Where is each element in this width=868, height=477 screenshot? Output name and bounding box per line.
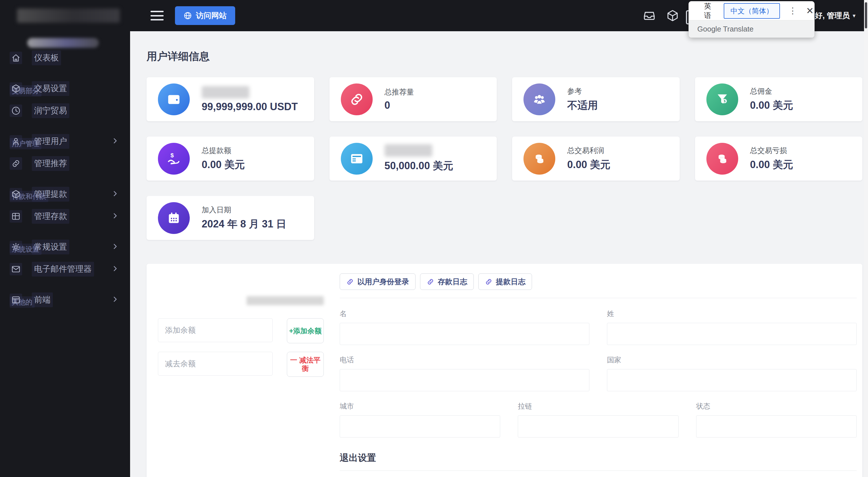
divider <box>340 298 857 298</box>
sidebar-item-label: 仪表板 <box>32 51 61 65</box>
sidebar-item-manage-referrals[interactable]: 管理推荐 <box>0 156 130 171</box>
stat-value: 0.00 美元 <box>750 98 793 113</box>
stat-value: 0.00 美元 <box>567 158 610 172</box>
last-name-label: 姓 <box>607 309 857 318</box>
login-as-user-button[interactable]: 以用户身份登录 <box>340 274 415 290</box>
visit-site-label: 访问网站 <box>196 10 227 21</box>
stat-value: 50,000.00 美元 <box>384 159 453 173</box>
sidebar-nav: 仪表板 交易部分 交易设置 润宁贸易 用户管理 管理用户 <box>0 50 130 314</box>
stat-label: 总佣金 <box>750 86 793 96</box>
redacted-logo <box>17 8 120 23</box>
stat-card-total-withdrawn: $ 总提款额 0.00 美元 <box>147 136 314 181</box>
city-input[interactable] <box>340 415 500 438</box>
button-label: 提款日志 <box>496 277 525 287</box>
subtract-balance-button[interactable]: 一 减法平衡 <box>287 352 324 377</box>
stat-card-total-referrals: 总推荐量 0 <box>330 77 497 121</box>
balance-panel: +添加余额 一 减法平衡 <box>158 274 324 477</box>
box-icon <box>10 188 22 200</box>
sidebar-item-manage-withdrawals[interactable]: 管理提款 <box>0 186 130 202</box>
chevron-right-icon <box>111 295 119 304</box>
user-details-card: +添加余额 一 减法平衡 以用户身份登录 <box>147 264 862 477</box>
table-icon <box>10 210 22 223</box>
first-name-input[interactable] <box>340 323 589 345</box>
stat-label: 总交易利润 <box>567 146 610 156</box>
mail-icon <box>10 263 22 276</box>
phone-input[interactable] <box>340 369 589 391</box>
sidebar-item-manage-deposits[interactable]: 管理存款 <box>0 209 130 224</box>
link-icon <box>341 84 373 115</box>
package-icon[interactable] <box>666 9 679 22</box>
sidebar-item-label: 前端 <box>32 292 53 307</box>
greeting-text: 好, 管理员 <box>815 10 850 21</box>
add-balance-button[interactable]: +添加余额 <box>287 318 324 343</box>
stat-label: 总交易亏损 <box>750 146 793 156</box>
chevron-right-icon <box>111 265 119 274</box>
sidebar-item-manage-users[interactable]: 管理用户 <box>0 133 130 149</box>
coins-icon <box>524 143 555 174</box>
zip-input[interactable] <box>518 415 678 438</box>
admin-user-menu[interactable]: 好, 管理员 ▾ <box>815 0 856 31</box>
stat-label: 总推荐量 <box>384 87 414 97</box>
google-translate-popup: 英语 中文（简体） ⋮ ✕ Google Translate <box>688 1 815 38</box>
svg-text:$: $ <box>170 152 174 158</box>
translate-tab-chinese-selected[interactable]: 中文（简体） <box>724 3 780 19</box>
vertical-scrollbar[interactable] <box>864 0 868 477</box>
stat-label: 参考 <box>567 86 598 96</box>
link-icon <box>10 157 22 170</box>
close-icon[interactable]: ✕ <box>806 6 814 15</box>
chevron-right-icon <box>111 212 119 221</box>
stat-value: 2024 年 8 月 31 日 <box>202 217 286 231</box>
sidebar-item-label: 管理提款 <box>32 187 69 201</box>
country-input[interactable] <box>607 369 857 391</box>
user-form-panel: 以用户身份登录 存款日志 提款日志 <box>340 274 857 477</box>
sidebar-item-general-settings[interactable]: 常规设置 <box>0 239 130 255</box>
sidebar-item-dashboard[interactable]: 仪表板 <box>0 50 130 66</box>
scrollbar-thumb[interactable] <box>865 2 867 28</box>
action-buttons: 以用户身份登录 存款日志 提款日志 <box>340 274 857 290</box>
user-form-grid: 名 姓 电话 国家 <box>340 309 857 477</box>
layout-icon <box>10 294 22 306</box>
sidebar-item-label: 电子邮件管理器 <box>32 262 94 277</box>
coins-icon <box>706 143 738 174</box>
cube-icon <box>10 82 22 95</box>
sidebar-item-frontend[interactable]: 前端 <box>0 292 130 308</box>
stat-value: 99,999,999.00 USDT <box>202 101 298 113</box>
redacted-label <box>384 144 432 157</box>
kebab-menu-icon[interactable]: ⋮ <box>788 6 797 15</box>
credit-card-icon <box>341 143 373 174</box>
subtract-balance-input[interactable] <box>158 352 273 376</box>
hamburger-menu-icon[interactable] <box>151 11 164 21</box>
translate-tab-english[interactable]: 英语 <box>704 1 711 20</box>
hand-dollar-icon: $ <box>158 143 190 174</box>
sidebar-item-email-manager[interactable]: 电子邮件管理器 <box>0 261 130 277</box>
withdraw-log-button[interactable]: 提款日志 <box>478 274 532 290</box>
visit-site-button[interactable]: 访问网站 <box>175 6 235 25</box>
status-input[interactable] <box>696 415 857 438</box>
sidebar-item-running-trade[interactable]: 润宁贸易 <box>0 103 130 119</box>
user-icon <box>10 135 22 148</box>
status-label: 状态 <box>696 402 857 411</box>
first-name-label: 名 <box>340 309 589 318</box>
redacted-label <box>202 86 249 98</box>
content: 用户详细信息 99,999,999.00 USDT <box>130 31 868 477</box>
stat-card-total-commission: $ 总佣金 0.00 美元 <box>695 77 863 121</box>
translate-popup-footer: Google Translate <box>689 20 814 37</box>
users-icon <box>524 84 555 115</box>
phone-label: 电话 <box>340 355 589 364</box>
sidebar-item-trade-settings[interactable]: 交易设置 <box>0 81 130 97</box>
add-balance-input[interactable] <box>158 318 273 342</box>
last-name-input[interactable] <box>607 323 857 345</box>
caret-down-icon: ▾ <box>852 12 856 19</box>
button-label: 以用户身份登录 <box>357 277 409 287</box>
home-icon <box>10 52 22 64</box>
calendar-icon <box>158 202 190 234</box>
stat-value: 不适用 <box>567 98 598 113</box>
deposit-log-button[interactable]: 存款日志 <box>420 274 474 290</box>
sidebar-item-label: 常规设置 <box>32 240 69 254</box>
svg-text:$: $ <box>724 99 726 103</box>
inbox-icon[interactable] <box>643 9 656 22</box>
stat-value: 0.00 美元 <box>202 158 245 172</box>
admin-app: 仪表板 交易部分 交易设置 润宁贸易 用户管理 管理用户 <box>0 0 868 477</box>
wallet-icon <box>158 84 190 115</box>
link-icon <box>427 278 434 286</box>
